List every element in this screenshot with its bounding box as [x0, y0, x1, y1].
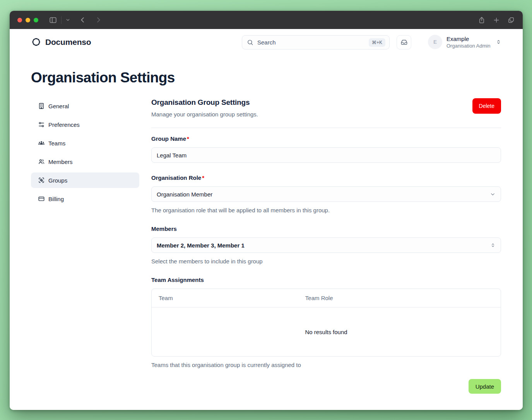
- new-tab-icon[interactable]: [493, 17, 500, 24]
- table-header-row: Team Team Role: [152, 289, 501, 307]
- inbox-icon: [400, 39, 408, 46]
- close-window-button[interactable]: [17, 18, 22, 22]
- zoom-window-button[interactable]: [34, 18, 38, 22]
- members-helper: Select the members to include in this gr…: [151, 258, 501, 265]
- group-scan-icon: [38, 177, 45, 184]
- window-titlebar: [10, 11, 523, 29]
- account-role: Organisation Admin: [446, 43, 490, 48]
- building-icon: [38, 102, 45, 109]
- people-group-icon: [38, 140, 45, 147]
- search-icon: [247, 39, 253, 46]
- users-icon: [38, 158, 45, 165]
- sidebar-item-preferences[interactable]: Preferences: [31, 117, 139, 132]
- titlebar-divider: [61, 16, 62, 24]
- sidebar-item-label: General: [48, 103, 69, 109]
- avatar: E: [428, 35, 442, 49]
- team-assignments-label: Team Assignments: [151, 277, 501, 283]
- section-heading: Organisation Group Settings: [151, 98, 258, 107]
- required-asterisk: *: [187, 135, 189, 142]
- team-assignments-table: Team Team Role No results found: [151, 289, 501, 357]
- browser-window: Documenso Search ⌘+K E Example Organisat…: [10, 11, 523, 410]
- settings-nav: General Preferences Teams: [31, 98, 139, 394]
- chevron-down-icon: [490, 191, 496, 197]
- sidebar-item-label: Teams: [48, 140, 65, 147]
- group-name-label: Group Name*: [151, 135, 501, 142]
- search-input[interactable]: Search ⌘+K: [242, 35, 390, 50]
- sidebar-item-members[interactable]: Members: [31, 154, 139, 169]
- table-empty-state: No results found: [152, 307, 501, 356]
- inbox-button[interactable]: [397, 35, 411, 50]
- back-icon[interactable]: [79, 16, 86, 24]
- forward-icon[interactable]: [95, 16, 102, 24]
- organisation-role-select[interactable]: Organisation Member: [151, 186, 501, 202]
- documenso-logo[interactable]: Documenso: [31, 37, 91, 47]
- required-asterisk: *: [202, 174, 204, 181]
- credit-card-icon: [38, 195, 45, 202]
- page-title: Organisation Settings: [31, 70, 501, 86]
- sidebar-item-label: Groups: [48, 177, 67, 184]
- sidebar-item-teams[interactable]: Teams: [31, 135, 139, 151]
- section-subheading: Manage your organisation group settings.: [151, 111, 258, 118]
- brand-name: Documenso: [45, 38, 91, 47]
- share-icon[interactable]: [478, 16, 486, 24]
- members-multiselect[interactable]: Member 2, Member 3, Member 1: [151, 237, 501, 253]
- delete-button[interactable]: Delete: [472, 98, 501, 114]
- tab-overview-icon[interactable]: [507, 16, 515, 24]
- team-assignments-helper: Teams that this organisation group is cu…: [151, 362, 501, 368]
- members-label: Members: [151, 225, 501, 232]
- traffic-lights: [17, 18, 38, 22]
- section-divider: [151, 128, 501, 128]
- chevron-up-down-icon: [496, 39, 501, 45]
- documenso-logo-icon: [31, 37, 41, 47]
- update-button[interactable]: Update: [469, 379, 501, 394]
- sidebar-item-billing[interactable]: Billing: [31, 191, 139, 207]
- organisation-role-helper: The organisation role that will be appli…: [151, 207, 501, 213]
- chevron-down-icon[interactable]: [65, 17, 70, 22]
- minimize-window-button[interactable]: [26, 18, 30, 22]
- group-settings-panel: Organisation Group Settings Manage your …: [151, 98, 501, 394]
- sidebar-item-general[interactable]: General: [31, 98, 139, 114]
- sidebar-item-label: Billing: [48, 196, 64, 202]
- group-name-input[interactable]: Legal Team: [151, 147, 501, 163]
- sidebar-item-groups[interactable]: Groups: [31, 172, 139, 188]
- column-header-team: Team: [152, 289, 298, 307]
- organisation-role-label: Organisation Role*: [151, 174, 501, 181]
- search-placeholder: Search: [257, 39, 276, 46]
- account-menu[interactable]: E Example Organisation Admin: [428, 35, 501, 49]
- sidebar-item-label: Preferences: [48, 121, 80, 128]
- sidebar-item-label: Members: [48, 159, 73, 165]
- sidebar-toggle-icon[interactable]: [49, 16, 57, 24]
- search-shortcut-badge: ⌘+K: [369, 38, 385, 47]
- account-name: Example: [446, 36, 490, 42]
- sliders-icon: [38, 121, 45, 128]
- app-content: Documenso Search ⌘+K E Example Organisat…: [10, 29, 523, 410]
- chevron-up-down-icon: [490, 242, 496, 248]
- column-header-team-role: Team Role: [298, 289, 501, 307]
